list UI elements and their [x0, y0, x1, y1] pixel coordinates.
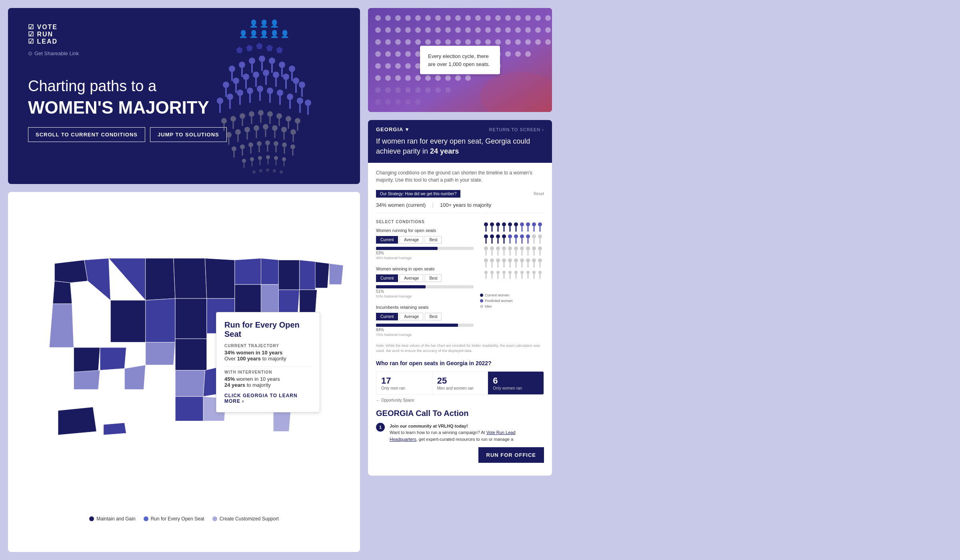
- svg-point-250: [502, 234, 506, 238]
- state-florida[interactable]: [273, 410, 291, 432]
- svg-point-73: [295, 118, 300, 124]
- svg-point-5: [229, 66, 235, 72]
- chevron-down-icon: ▾: [406, 126, 409, 132]
- svg-point-57: [221, 118, 227, 124]
- georgia-state-select[interactable]: GEORGIA ▾: [376, 126, 409, 132]
- how-did-we-get-this-button[interactable]: Our Strategy: How did we get this number…: [376, 190, 460, 198]
- state-texas-n[interactable]: [175, 396, 203, 421]
- state-pennsylvania[interactable]: [300, 260, 317, 290]
- svg-point-121: [266, 168, 269, 172]
- svg-point-65: [258, 110, 264, 116]
- state-maryland-nj[interactable]: [300, 290, 317, 314]
- state-ohio[interactable]: [278, 260, 300, 290]
- svg-point-198: [405, 63, 411, 69]
- svg-point-229: [405, 99, 411, 105]
- svg-point-43: [247, 88, 253, 94]
- state-nevada[interactable]: [74, 348, 100, 372]
- svg-point-280: [508, 246, 512, 250]
- tooltip-link[interactable]: CLICK GEORGIA TO LEARN MORE ›: [224, 393, 312, 404]
- running-bar-label: 63%: [376, 251, 474, 255]
- winning-bar-label: 51%: [376, 289, 474, 294]
- state-alaska[interactable]: [58, 407, 96, 435]
- cond-best-winning[interactable]: Best: [425, 274, 442, 282]
- state-colorado[interactable]: [146, 298, 175, 342]
- svg-point-144: [385, 27, 391, 33]
- cond-average-winning[interactable]: Average: [400, 274, 423, 282]
- svg-point-170: [465, 39, 471, 45]
- state-kansas[interactable]: [175, 370, 205, 397]
- mini-legend: Current women Predicted women Men: [480, 293, 544, 308]
- state-idaho[interactable]: [84, 258, 111, 300]
- state-southdakota[interactable]: [175, 298, 207, 339]
- svg-point-252: [520, 222, 524, 226]
- incumbents-national-label: 70% National Average: [376, 333, 474, 337]
- georgia-description: Changing conditions on the ground can sh…: [376, 169, 544, 184]
- scroll-to-conditions-button[interactable]: SCROLL TO CURRENT CONDITIONS: [28, 127, 145, 142]
- svg-point-221: [405, 87, 411, 93]
- state-minnesota[interactable]: [205, 258, 235, 299]
- current-trajectory-label: CURRENT TRAJECTORY: [224, 344, 312, 348]
- state-montana[interactable]: [109, 258, 146, 300]
- svg-point-162: [385, 39, 391, 45]
- svg-point-63: [249, 111, 254, 117]
- reset-button[interactable]: Reset: [534, 192, 544, 196]
- svg-point-19: [223, 82, 229, 88]
- state-michigan[interactable]: [261, 258, 280, 285]
- state-nebraska[interactable]: [175, 339, 207, 370]
- run-for-office-button[interactable]: RUN FOR OFFICE: [478, 447, 544, 463]
- svg-point-192: [505, 51, 511, 57]
- state-newmexico[interactable]: [146, 342, 175, 365]
- state-oregon[interactable]: [53, 281, 72, 304]
- years-to-majority-stat: 100+ years to majority: [440, 202, 491, 208]
- winning-bar: [376, 285, 474, 288]
- svg-point-177: [535, 39, 541, 45]
- svg-point-316: [496, 271, 500, 274]
- left-column: ☑ VOTE ☑ RUN ☑ LEAD ⊙ Get Shareable Link…: [8, 8, 360, 552]
- svg-point-123: [280, 170, 283, 174]
- cond-current-winning[interactable]: Current: [376, 274, 398, 282]
- svg-text:⬟: ⬟: [256, 42, 263, 50]
- svg-point-276: [496, 246, 500, 250]
- cond-average-running[interactable]: Average: [400, 236, 423, 244]
- state-arizona[interactable]: [100, 348, 126, 370]
- svg-point-85: [272, 125, 278, 131]
- state-westvirginia[interactable]: [278, 290, 300, 314]
- svg-point-310: [538, 258, 542, 262]
- state-lower-ca[interactable]: [74, 370, 100, 390]
- state-washington[interactable]: [54, 260, 88, 283]
- state-newyork[interactable]: [315, 262, 329, 288]
- svg-point-81: [254, 125, 259, 131]
- state-california[interactable]: [49, 304, 74, 347]
- return-to-screen-button[interactable]: RETURN TO SCREEN ›: [489, 127, 544, 132]
- tooltip-title: Run for Every Open Seat: [224, 320, 312, 339]
- svg-point-169: [455, 39, 461, 45]
- state-indiana[interactable]: [261, 284, 280, 314]
- link-icon: ⊙: [28, 50, 32, 56]
- cond-current-running[interactable]: Current: [376, 236, 398, 244]
- state-northdakota[interactable]: [174, 258, 207, 299]
- person-icon: 👤: [280, 30, 289, 38]
- running-national-label: 49% National Average: [376, 256, 474, 260]
- state-wyoming[interactable]: [146, 258, 175, 300]
- state-az-lower[interactable]: [124, 365, 146, 390]
- georgia-nav: GEORGIA ▾ RETURN TO SCREEN ›: [376, 126, 544, 132]
- svg-point-290: [538, 246, 542, 250]
- svg-point-232: [484, 222, 488, 226]
- state-newengland[interactable]: [329, 264, 343, 285]
- svg-point-55: [305, 100, 311, 106]
- svg-point-165: [415, 39, 421, 45]
- svg-point-61: [240, 113, 245, 119]
- svg-point-41: [237, 90, 243, 96]
- cond-best-incumbents[interactable]: Best: [425, 313, 442, 320]
- state-utah[interactable]: [110, 300, 146, 342]
- person-icon: 👤: [270, 30, 279, 38]
- cond-current-incumbents[interactable]: Current: [376, 313, 398, 320]
- cond-best-running[interactable]: Best: [425, 236, 442, 244]
- svg-point-218: [375, 87, 381, 93]
- cond-average-incumbents[interactable]: Average: [400, 313, 423, 320]
- svg-point-163: [395, 39, 401, 45]
- state-hawaii[interactable]: [104, 423, 126, 435]
- state-wisconsin[interactable]: [235, 258, 263, 285]
- svg-point-128: [405, 15, 411, 21]
- state-illinois[interactable]: [235, 284, 263, 314]
